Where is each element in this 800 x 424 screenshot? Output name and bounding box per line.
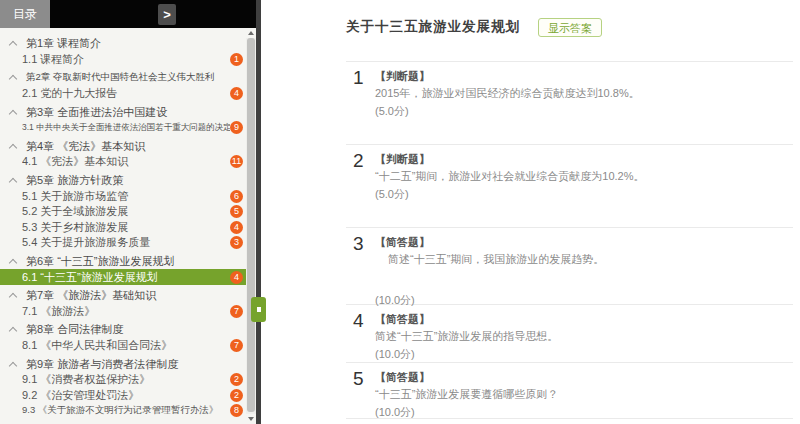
toc-section[interactable]: 5.3 关于乡村旅游发展 4	[0, 220, 246, 236]
toc-section[interactable]: 2.1 党的十九大报告 4	[0, 86, 246, 102]
question-count-badge: 7	[230, 339, 243, 352]
question-item: 4 【简答题】 简述“十三五”旅游业发展的指导思想。 (10.0分)	[346, 304, 793, 362]
question-item: 2 【判断题】 “十二五”期间，旅游业对社会就业综合贡献度为10.2%。 (5.…	[346, 144, 793, 227]
toc-section[interactable]: 9.1 《消费者权益保护法》 2	[0, 372, 246, 388]
sidebar: 目录 > 第1章 课程简介 1.1 课程简介 1 第2章 夺取新时代中国特色社会…	[0, 0, 256, 424]
question-item: 5 【简答题】 “十三五”旅游业发展要遵循哪些原则？ (10.0分)	[346, 362, 793, 419]
sidebar-collapse-handle[interactable]	[251, 297, 266, 322]
question-type-label: 【简答题】	[375, 234, 793, 250]
question-body: 【判断题】 “十二五”期间，旅游业对社会就业综合贡献度为10.2%。 (5.0分…	[375, 151, 793, 227]
toc-section[interactable]: 4.1 《宪法》基本知识 11	[0, 154, 246, 170]
toc-chapter-label: 第4章 《宪法》基本知识	[26, 139, 145, 154]
toc-chapter-label: 第5章 旅游方针政策	[26, 173, 123, 188]
question-body: 【简答题】 “十三五”旅游业发展要遵循哪些原则？ (10.0分)	[375, 369, 793, 418]
chevron-up-icon	[9, 144, 17, 152]
chevron-up-icon	[9, 75, 17, 83]
question-score: (10.0分)	[375, 346, 793, 363]
toc-chapter-label: 第7章 《旅游法》基础知识	[26, 288, 156, 303]
sidebar-topbar: >	[50, 0, 256, 28]
toc-section-label: 9.2 《治安管理处罚法》	[22, 388, 230, 403]
toc-chapter[interactable]: 第7章 《旅游法》基础知识	[0, 288, 246, 304]
sidebar-divider	[256, 0, 261, 424]
toc-section-label: 8.1 《中华人民共和国合同法》	[22, 338, 230, 353]
toc-section-label: 2.1 党的十九大报告	[22, 86, 230, 101]
toc-chapter[interactable]: 第6章 “十三五”旅游业发展规划	[0, 254, 246, 270]
scrollbar-thumb[interactable]	[247, 38, 255, 412]
collapse-handle-icon	[257, 307, 261, 312]
scroll-down-button[interactable]	[246, 414, 256, 424]
toc-section-label: 5.1 关于旅游市场监管	[22, 189, 230, 204]
question-count-badge: 2	[230, 373, 243, 386]
toc-section[interactable]: 8.1 《中华人民共和国合同法》 7	[0, 338, 246, 354]
chevron-up-icon	[9, 327, 17, 335]
toc-chapter-label: 第9章 旅游者与消费者法律制度	[26, 357, 178, 372]
question-body: 【简答题】 简述“十三五”旅游业发展的指导思想。 (10.0分)	[375, 311, 793, 362]
page-title: 关于十三五旅游业发展规划	[346, 18, 520, 36]
toc-section[interactable]: 6.1 “十三五”旅游业发展规划 4	[0, 269, 246, 285]
question-number: 4	[346, 311, 375, 362]
chevron-up-icon	[9, 178, 17, 186]
toc-section-label: 5.3 关于乡村旅游发展	[22, 220, 230, 235]
toc-tab[interactable]: 目录	[0, 0, 50, 28]
toc-section-label: 6.1 “十三五”旅游业发展规划	[22, 270, 230, 285]
scroll-up-button[interactable]	[246, 28, 256, 38]
chevron-up-icon	[9, 41, 17, 49]
toc-section[interactable]: 9.2 《治安管理处罚法》 2	[0, 387, 246, 403]
question-count-badge: 4	[230, 87, 243, 100]
toc-chapter[interactable]: 第1章 课程简介	[0, 36, 246, 52]
toc-section-label: 9.3 《关于旅游不文明行为记录管理暂行办法》	[22, 404, 230, 417]
question-text: “十二五”期间，旅游业对社会就业综合贡献度为10.2%。	[375, 168, 793, 185]
toc-chapter-label: 第1章 课程简介	[26, 36, 101, 51]
show-answer-button[interactable]: 显示答案	[538, 18, 602, 37]
arrow-up-icon	[248, 31, 254, 35]
question-number: 2	[346, 151, 375, 227]
toc-section[interactable]: 5.4 关于提升旅游服务质量 3	[0, 235, 246, 251]
question-text: 2015年，旅游业对国民经济的综合贡献度达到10.8%。	[375, 85, 793, 102]
chevron-right-icon: >	[163, 8, 171, 21]
toc-chapter[interactable]: 第8章 合同法律制度	[0, 322, 246, 338]
toc-section[interactable]: 7.1 《旅游法》 7	[0, 304, 246, 320]
question-count-badge: 8	[230, 404, 243, 417]
toc-list: 第1章 课程简介 1.1 课程简介 1 第2章 夺取新时代中国特色社会主义伟大胜…	[0, 28, 246, 424]
question-score: (5.0分)	[375, 186, 793, 203]
question-text: “十三五”旅游业发展要遵循哪些原则？	[375, 386, 793, 403]
chevron-up-icon	[9, 361, 17, 369]
collapse-sidebar-button[interactable]: >	[158, 4, 176, 25]
question-item: 3 【简答题】 简述“十三五”期间，我国旅游业的发展趋势。 (10.0分)	[346, 227, 793, 304]
question-count-badge: 4	[230, 221, 243, 234]
question-count-badge: 9	[230, 121, 243, 134]
question-count-badge: 7	[230, 305, 243, 318]
toc-chapter[interactable]: 第5章 旅游方针政策	[0, 173, 246, 189]
question-number: 3	[346, 234, 375, 304]
question-type-label: 【简答题】	[375, 369, 793, 385]
question-count-badge: 11	[230, 155, 243, 168]
question-list: 1 【判断题】 2015年，旅游业对国民经济的综合贡献度达到10.8%。 (5.…	[346, 61, 793, 419]
question-number: 5	[346, 369, 375, 418]
question-count-badge: 1	[230, 53, 243, 66]
toc-chapter[interactable]: 第2章 夺取新时代中国特色社会主义伟大胜利	[0, 70, 246, 86]
toc-section-label: 9.1 《消费者权益保护法》	[22, 372, 230, 387]
question-score: (10.0分)	[375, 292, 793, 309]
toc-section[interactable]: 3.1 中共中央关于全面推进依法治国若干重大问题的决定 9	[0, 120, 246, 136]
main-panel: 关于十三五旅游业发展规划 显示答案 1 【判断题】 2015年，旅游业对国民经济…	[261, 0, 800, 424]
toc-chapter[interactable]: 第4章 《宪法》基本知识	[0, 139, 246, 155]
question-type-label: 【判断题】	[375, 68, 793, 84]
toc-chapter-label: 第6章 “十三五”旅游业发展规划	[26, 254, 175, 269]
question-number: 1	[346, 68, 375, 144]
sidebar-scrollbar[interactable]	[246, 28, 256, 424]
app-window: 目录 > 第1章 课程简介 1.1 课程简介 1 第2章 夺取新时代中国特色社会…	[0, 0, 800, 424]
toc-section[interactable]: 9.3 《关于旅游不文明行为记录管理暂行办法》 8	[0, 403, 246, 419]
chevron-up-icon	[9, 293, 17, 301]
toc-chapter-label: 第8章 合同法律制度	[26, 322, 123, 337]
toc-section[interactable]: 1.1 课程简介 1	[0, 52, 246, 68]
toc-section-label: 3.1 中共中央关于全面推进依法治国若干重大问题的决定	[22, 122, 230, 134]
question-count-badge: 5	[230, 205, 243, 218]
toc-section[interactable]: 5.2 关于全域旅游发展 5	[0, 204, 246, 220]
toc-chapter-label: 第3章 全面推进法治中国建设	[26, 105, 167, 120]
toc-section-label: 4.1 《宪法》基本知识	[22, 154, 230, 169]
toc-chapter[interactable]: 第9章 旅游者与消费者法律制度	[0, 356, 246, 372]
question-item: 1 【判断题】 2015年，旅游业对国民经济的综合贡献度达到10.8%。 (5.…	[346, 61, 793, 144]
sidebar-header: 目录 >	[0, 0, 256, 28]
toc-section[interactable]: 5.1 关于旅游市场监管 6	[0, 188, 246, 204]
toc-chapter[interactable]: 第3章 全面推进法治中国建设	[0, 104, 246, 120]
